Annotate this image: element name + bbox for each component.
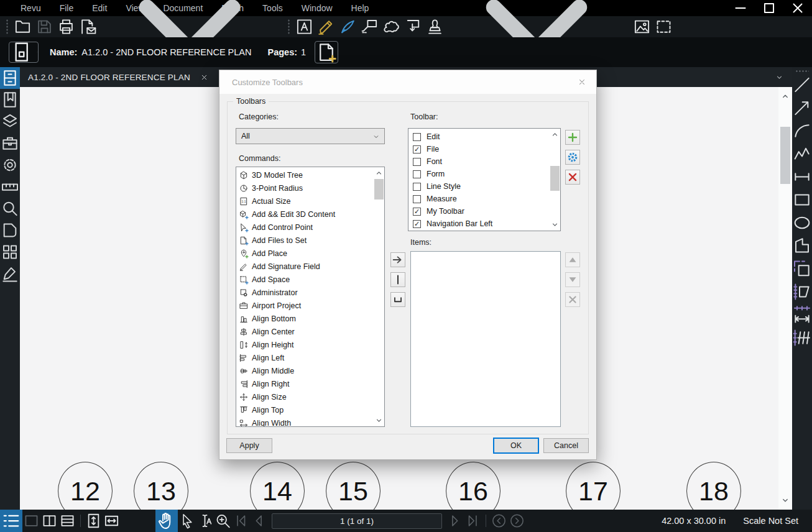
document-tab[interactable]: A1.2.0 - 2ND FLOOR REFERENCE PLAN	[20, 67, 217, 87]
toolbar-list-item[interactable]: Edit	[408, 131, 550, 143]
command-list-item[interactable]: 3-Point Radius	[236, 181, 374, 195]
first-page-icon[interactable]	[232, 510, 250, 532]
command-list-item[interactable]: Align Height	[236, 338, 374, 351]
next-page-icon[interactable]	[446, 510, 464, 532]
menu-item-help[interactable]: Help	[342, 0, 379, 16]
command-list-item[interactable]: 1:1Actual Size	[236, 195, 374, 208]
image-icon[interactable]	[631, 17, 653, 36]
command-list-item[interactable]: Align Right	[236, 377, 374, 390]
insert-separator-icon[interactable]	[390, 272, 405, 287]
split-vertical-icon[interactable]	[40, 510, 58, 532]
checkbox-unchecked[interactable]	[413, 183, 421, 191]
email-export-icon[interactable]	[77, 17, 99, 36]
stamp-icon[interactable]	[424, 17, 446, 36]
scroll-down-icon[interactable]	[375, 416, 383, 424]
sidebar-bookmarks-icon[interactable]	[0, 89, 20, 111]
toolbar-settings-icon[interactable]	[565, 150, 580, 165]
fit-page-icon[interactable]	[85, 510, 103, 532]
scroll-down-icon[interactable]	[551, 221, 559, 229]
checkbox-checked[interactable]: ✓	[413, 220, 421, 228]
items-list[interactable]	[410, 251, 561, 427]
command-list-item[interactable]: Align Middle	[236, 364, 374, 377]
sidebar-measurements-icon[interactable]	[0, 176, 20, 198]
sidebar-file-access-icon[interactable]	[0, 67, 20, 89]
command-list-item[interactable]: Align Center	[236, 325, 374, 338]
commands-list[interactable]: 3D Model Tree3-Point Radius1:1Actual Siz…	[236, 167, 385, 427]
markup-list-icon[interactable]	[0, 510, 22, 532]
select-text-icon[interactable]	[196, 510, 214, 532]
single-pane-icon[interactable]	[22, 510, 40, 532]
command-list-item[interactable]: Airport Project	[236, 299, 374, 312]
command-list-item[interactable]: Align Top	[236, 403, 374, 416]
tab-close-icon[interactable]	[200, 73, 208, 81]
command-list-item[interactable]: Administrator	[236, 286, 374, 299]
command-list-item[interactable]: Add && Edit 3D Content	[236, 208, 374, 221]
sidebar-tool-chest-icon[interactable]	[0, 132, 20, 154]
pan-tool-icon[interactable]	[155, 510, 178, 532]
scroll-up-icon[interactable]	[781, 92, 790, 101]
command-list-item[interactable]: Add Control Point	[236, 221, 374, 234]
zoom-tool-icon[interactable]	[214, 510, 232, 532]
note-arrow-icon[interactable]	[402, 17, 424, 36]
insert-spacer-icon[interactable]	[390, 292, 405, 307]
tool-rectangle-tool-icon[interactable]	[792, 188, 812, 211]
tool-polygon-tool-icon[interactable]	[792, 234, 812, 257]
tool-count-tool-icon[interactable]	[792, 326, 812, 349]
save-icon[interactable]	[34, 17, 55, 36]
tool-measure-perimeter-icon[interactable]	[792, 280, 812, 303]
delete-toolbar-icon[interactable]	[565, 170, 580, 185]
sidebar-signatures-icon[interactable]	[0, 263, 20, 285]
next-view-icon[interactable]	[508, 510, 526, 532]
print-icon[interactable]	[55, 17, 77, 36]
toolbar-list-item[interactable]: Measure	[408, 193, 550, 205]
checkbox-checked[interactable]: ✓	[413, 208, 421, 216]
pen-icon[interactable]	[337, 17, 359, 36]
checkbox-checked[interactable]: ✓	[413, 145, 421, 154]
cloud-icon[interactable]	[381, 17, 402, 36]
sidebar-thumbnails-icon[interactable]	[0, 241, 20, 263]
tab-overflow-chevron-icon[interactable]	[775, 73, 783, 81]
tool-measure-length-icon[interactable]	[792, 303, 812, 326]
maximize-icon[interactable]	[755, 0, 783, 16]
highlighter-icon[interactable]	[315, 17, 337, 36]
command-list-item[interactable]: Align Size	[236, 390, 374, 403]
toolbar-list[interactable]: Edit✓FileFontFormLine StyleMeasure✓My To…	[408, 128, 561, 231]
vertical-scrollbar[interactable]	[778, 87, 792, 510]
scale-status[interactable]: Scale Not Set	[743, 516, 798, 526]
toolbar-drag-handle[interactable]	[6, 19, 9, 35]
last-page-icon[interactable]	[464, 510, 482, 532]
sidebar-search-icon[interactable]	[0, 198, 20, 219]
text-box-icon[interactable]	[293, 17, 315, 36]
select-region-icon[interactable]	[653, 17, 675, 36]
checkbox-unchecked[interactable]	[413, 170, 421, 178]
toolbar-list-item[interactable]: ✓File	[408, 143, 550, 155]
tool-ellipse-tool-icon[interactable]	[792, 211, 812, 234]
move-right-icon[interactable]	[390, 252, 405, 267]
categories-dropdown[interactable]: All	[236, 128, 385, 144]
checkbox-unchecked[interactable]	[413, 158, 421, 166]
close-icon[interactable]	[783, 0, 812, 16]
scrollbar-thumb[interactable]	[780, 127, 790, 184]
tool-arrow-tool-icon[interactable]	[792, 96, 812, 119]
scroll-up-icon[interactable]	[551, 131, 559, 139]
toolbar-list-item[interactable]: Font	[408, 155, 550, 168]
split-horizontal-icon[interactable]	[58, 510, 76, 532]
toolbar-drag-handle[interactable]	[287, 19, 290, 35]
open-folder-icon[interactable]	[12, 17, 34, 36]
tool-line-tool-icon[interactable]	[792, 73, 812, 96]
dialog-close-icon[interactable]	[578, 78, 586, 86]
sidebar-layers-icon[interactable]	[0, 111, 20, 132]
command-list-item[interactable]: Add Place	[236, 247, 374, 260]
sidebar-properties-icon[interactable]	[0, 154, 20, 176]
command-list-item[interactable]: Add Space	[236, 273, 374, 286]
ok-button[interactable]: OK	[493, 438, 539, 454]
cancel-button[interactable]: Cancel	[543, 438, 589, 453]
callout-icon[interactable]	[359, 17, 381, 36]
prev-page-icon[interactable]	[250, 510, 268, 532]
fit-width-icon[interactable]	[103, 510, 121, 532]
prev-view-icon[interactable]	[490, 510, 508, 532]
tool-polyline-tool-icon[interactable]	[792, 142, 812, 165]
toolbar-list-item[interactable]: Form	[408, 168, 550, 180]
add-toolbar-icon[interactable]	[565, 130, 580, 145]
insert-pages-button[interactable]	[315, 41, 338, 63]
